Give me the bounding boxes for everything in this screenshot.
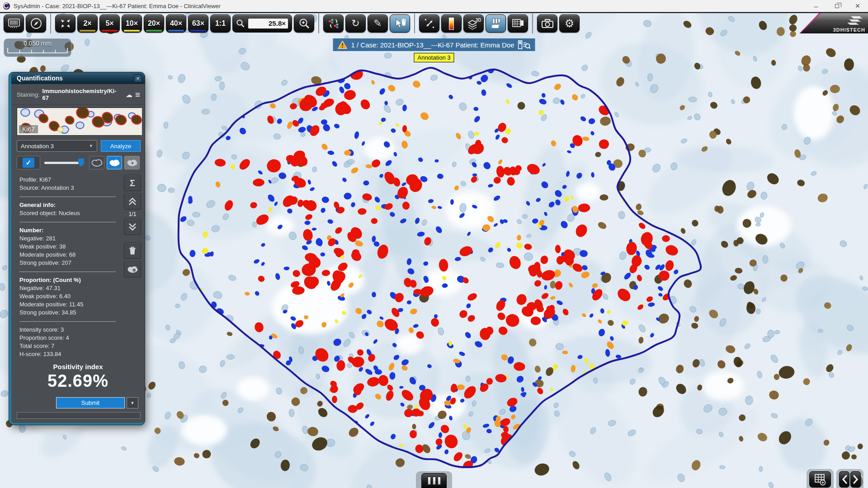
cloud-icon[interactable]: ☁ (126, 91, 132, 98)
staining-thumbnail[interactable]: Ki67 (17, 108, 141, 136)
panel-side-toolbar: Σ 1/1 (122, 174, 143, 358)
case-info-bar: 1 / Case: 2021-BIOP-13__---Ki-67 Patient… (333, 38, 535, 51)
total-score-line: Total score: 7 (19, 342, 122, 350)
settings-button[interactable]: ⚙ (559, 14, 580, 33)
chevron-down-icon: ▼ (89, 144, 93, 148)
slide-bar-icon (428, 477, 431, 485)
compass-icon (30, 17, 42, 30)
region-outline-mode-button[interactable] (89, 156, 104, 169)
annotation-settings-button[interactable] (124, 261, 141, 277)
main-toolbar: 2× 5× 10× 20× 40× 63× 1:1 (4, 14, 580, 33)
page-down-button[interactable] (124, 219, 141, 235)
rotate-slide-button[interactable]: ↻ (345, 14, 366, 33)
pan-select-button[interactable] (390, 14, 410, 33)
scale-ruler (6, 47, 69, 54)
annotate-button[interactable]: ✎ (368, 14, 388, 33)
chevron-down-icon: ▼ (131, 401, 135, 405)
menu-icon[interactable]: ≡ (135, 90, 140, 99)
slide-tray-button[interactable] (486, 14, 506, 33)
divider (19, 222, 116, 222)
magnification-40x-button[interactable]: 40× (166, 14, 186, 33)
one-to-one-button[interactable]: 1:1 (210, 14, 231, 33)
rgb-dots-icon (327, 17, 340, 30)
divider (19, 272, 116, 272)
snapshot-button[interactable] (537, 14, 557, 33)
annotation-tag[interactable]: Annotation 3 (414, 53, 454, 62)
panel-header[interactable]: Quantifications × (11, 72, 145, 84)
title-bar: SysAdmin - Case: 2021-BIOP-13__---Ki-67 … (0, 0, 868, 12)
slider-handle[interactable] (78, 159, 84, 167)
toolbar-separator (414, 14, 415, 33)
region-filled-mode-button[interactable] (107, 156, 122, 169)
proportion-heading: Proportion: (Count %) (19, 276, 122, 284)
panel-close-button[interactable]: × (134, 74, 142, 82)
camera-icon (541, 18, 554, 29)
toolbar-separator (50, 14, 51, 33)
toolbar-separator (318, 14, 319, 33)
mag-color-strip (146, 30, 162, 32)
slide-tray-icon (490, 17, 502, 30)
next-slide-button[interactable] (850, 471, 861, 488)
barcode-button[interactable] (4, 14, 24, 33)
color-adjust-button[interactable] (323, 14, 344, 33)
double-chevron-up-icon (127, 196, 138, 207)
magnification-2x-button[interactable]: 2× (77, 14, 98, 33)
viewer-top-edge (0, 12, 868, 13)
intensity-map-button[interactable] (441, 14, 462, 33)
app-logo-icon (3, 2, 10, 10)
proportion-negative: Negative: 47.31 (19, 284, 122, 292)
h-score-line: H-score: 133.84 (19, 350, 122, 358)
zoom-level-value[interactable]: 25.8× (248, 18, 288, 29)
positivity-section: Positivity index 52.69% (11, 363, 145, 391)
rotate-icon: ↻ (351, 19, 359, 28)
barcode-icon (8, 18, 20, 29)
staining-row: Staining: Immunohistochemistry/Ki-67 ☁ ≡ (11, 84, 145, 105)
magnification-5x-button[interactable]: 5× (99, 14, 120, 33)
submit-button[interactable]: Submit (56, 397, 125, 408)
page-up-button[interactable] (124, 193, 141, 210)
region-mask-mode-button[interactable] (124, 156, 140, 169)
close-button[interactable]: × (847, 0, 868, 12)
warning-icon (338, 40, 348, 49)
minimize-button[interactable]: – (806, 0, 826, 12)
proportion-strong-positive: Strong positive: 34.85 (19, 309, 122, 317)
maximize-button[interactable] (826, 0, 847, 12)
positivity-value: 52.69% (11, 371, 145, 391)
view-3d-button[interactable]: 3D (463, 14, 484, 33)
slide-search-icon[interactable] (518, 40, 531, 49)
slide-bar-icon (438, 477, 441, 485)
bottom-right-controls (807, 469, 863, 488)
sum-results-button[interactable]: Σ (124, 175, 141, 191)
analyze-button[interactable]: Analyze (101, 140, 141, 152)
sigma-icon: Σ (130, 178, 135, 188)
chevron-left-icon (841, 475, 848, 484)
proportion-score-line: Proportion score: 4 (19, 334, 122, 342)
marker-opacity-slider[interactable] (44, 158, 84, 167)
grid-view-button[interactable] (508, 14, 528, 33)
delete-annotation-button[interactable] (124, 243, 141, 259)
slider-track (44, 162, 80, 164)
number-weak-positive: Weak positive: 38 (19, 243, 122, 251)
navigator-button[interactable] (26, 14, 46, 33)
window-title: SysAdmin - Case: 2021-BIOP-13__---Ki-67 … (14, 3, 221, 9)
intensity-score-line: Intensity score: 3 (19, 326, 122, 334)
scored-object-line: Scored object: Nucleus (19, 209, 122, 217)
number-heading: Number: (19, 226, 122, 235)
zoom-in-button[interactable] (294, 14, 314, 33)
measure-button[interactable] (419, 14, 439, 33)
tray-toggle-button[interactable] (421, 473, 447, 488)
submit-options-button[interactable]: ▼ (127, 397, 138, 408)
chevron-right-icon (853, 475, 859, 484)
annotation-select[interactable]: Annotation 3 ▼ (17, 140, 97, 152)
filled-region-icon (108, 157, 121, 168)
fit-to-screen-button[interactable] (55, 14, 75, 33)
grid-add-icon (813, 473, 827, 486)
trash-icon (127, 245, 138, 256)
magnification-20x-button[interactable]: 20× (144, 14, 164, 33)
magnification-10x-button[interactable]: 10× (122, 14, 142, 33)
slide-grid-button[interactable] (809, 471, 831, 488)
display-controls: ✓ (11, 154, 145, 173)
previous-slide-button[interactable] (839, 471, 849, 488)
magnification-63x-button[interactable]: 63× (188, 14, 208, 33)
show-markers-checkbox[interactable]: ✓ (17, 156, 40, 169)
